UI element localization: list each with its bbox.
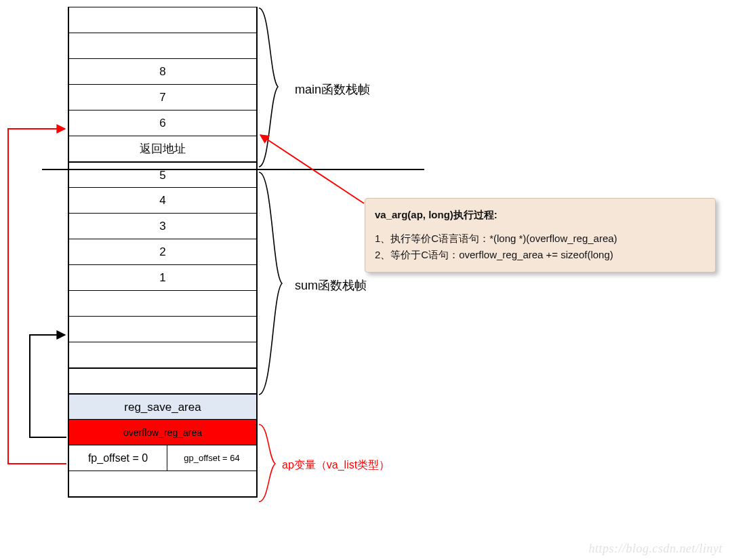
arrow-overflow-reg-area-pointer (8, 129, 66, 464)
brace-ap-variable (259, 424, 275, 502)
arrow-reg-save-area-pointer (30, 335, 66, 437)
cell-arg-5: 5 (69, 161, 256, 187)
cell-arg-6: 6 (69, 110, 256, 136)
cell-blank-mid-1 (69, 290, 256, 316)
callout-va-arg-explanation: va_arg(ap, long)执行过程: 1、执行等价C语言语句：*(long… (365, 198, 716, 273)
cell-blank-bottom (69, 471, 256, 496)
cell-return-address: 返回地址 (69, 136, 256, 161)
brace-main-frame (259, 8, 278, 167)
brace-sum-frame (259, 172, 282, 395)
cell-arg-8: 8 (69, 58, 256, 84)
cell-arg-1: 1 (69, 264, 256, 290)
callout-title: va_arg(ap, long)执行过程: (375, 207, 706, 222)
label-sum-frame: sum函数栈帧 (295, 277, 367, 294)
cell-blank-mid-3 (69, 342, 256, 367)
stack-frame-column: 8 7 6 返回地址 5 4 3 2 1 reg_save_area overf… (68, 7, 258, 498)
cell-arg-2: 2 (69, 239, 256, 264)
cell-arg-7: 7 (69, 84, 256, 110)
callout-line-2: 2、等价于C语句：overflow_reg_area += sizeof(lon… (375, 247, 706, 262)
label-ap-variable: ap变量（va_list类型） (282, 458, 390, 473)
cell-offsets: fp_offset = 0 gp_offset = 64 (69, 445, 256, 471)
cell-arg-4: 4 (69, 187, 256, 213)
cell-reg-save-area: reg_save_area (69, 393, 256, 419)
watermark-text: https://blog.csdn.net/linyt (589, 542, 723, 556)
cell-overflow-reg-area: overflow_reg_area (69, 419, 256, 445)
cell-arg-3: 3 (69, 213, 256, 239)
cell-blank-gap (69, 367, 256, 393)
label-main-frame: main函数栈帧 (295, 81, 370, 98)
callout-line-1: 1、执行等价C语言语句：*(long *)(overflow_reg_area) (375, 231, 706, 246)
cell-blank-top-1 (69, 7, 256, 33)
cell-blank-top-2 (69, 33, 256, 58)
cell-blank-mid-2 (69, 316, 256, 342)
arrow-callout-to-stack (260, 135, 364, 203)
cell-fp-offset: fp_offset = 0 (69, 445, 167, 471)
cell-gp-offset: gp_offset = 64 (167, 445, 256, 471)
